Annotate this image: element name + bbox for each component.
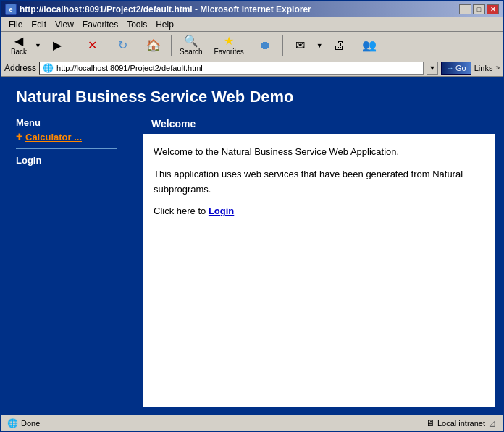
welcome-line2: This application uses web services that … — [154, 167, 484, 198]
minimize-button[interactable]: _ — [459, 4, 471, 14]
sidebar: Menu ✚ Calculator ... Login — [9, 114, 143, 407]
back-dropdown-arrow: ▼ — [35, 42, 41, 49]
title-bar: e http://localhost:8091/Project2/default… — [1, 1, 503, 17]
status-text: Done — [21, 419, 40, 428]
resize-grip: ⊿ — [488, 418, 497, 429]
forward-button[interactable]: ▶ — [43, 38, 72, 54]
go-label: Go — [455, 64, 466, 72]
status-bar: 🌐 Done 🖥 Local intranet ⊿ — [1, 415, 503, 431]
favorites-button[interactable]: ★ Favorites — [209, 33, 249, 58]
main-panel-content: Welcome to the Natural Business Service … — [143, 134, 495, 237]
calculator-expand-icon: ✚ — [16, 132, 22, 142]
title-buttons: _ □ ✕ — [459, 4, 499, 14]
go-arrow-icon: → — [446, 64, 454, 72]
back-icon: ◀ — [14, 35, 23, 47]
menu-bar: File Edit View Favorites Tools Help — [1, 17, 503, 32]
welcome-line3: Click here to Login — [154, 204, 484, 219]
back-label: Back — [11, 48, 27, 56]
welcome-line1: Welcome to the Natural Business Service … — [154, 145, 484, 160]
search-label: Search — [180, 48, 203, 56]
status-left: 🌐 Done — [7, 418, 40, 428]
discuss-button[interactable]: 👥 — [355, 38, 384, 54]
address-input[interactable] — [56, 64, 420, 72]
title-bar-left: e http://localhost:8091/Project2/default… — [5, 4, 311, 15]
sidebar-item-calculator[interactable]: ✚ Calculator ... — [16, 132, 135, 143]
page-header: Natural Business Service Web Demo — [1, 77, 503, 114]
address-input-wrap[interactable]: 🌐 — [39, 62, 424, 75]
sidebar-login[interactable]: Login — [16, 155, 135, 166]
stop-button[interactable]: ✕ — [78, 38, 107, 54]
menu-view[interactable]: View — [51, 18, 78, 31]
address-bar: Address 🌐 ▼ → Go Links » — [1, 59, 503, 77]
print-button[interactable]: 🖨 — [324, 38, 353, 54]
welcome-heading: Welcome — [143, 114, 495, 134]
sidebar-divider — [16, 148, 117, 149]
home-button[interactable]: 🏠 — [139, 38, 168, 54]
mail-button[interactable]: ✉ — [286, 38, 315, 54]
sidebar-menu-title: Menu — [16, 117, 135, 128]
address-dropdown[interactable]: ▼ — [427, 62, 438, 75]
menu-edit[interactable]: Edit — [27, 18, 51, 31]
address-label: Address — [4, 63, 36, 73]
toolbar-separator-3 — [282, 35, 283, 56]
menu-tools[interactable]: Tools — [122, 18, 151, 31]
menu-help[interactable]: Help — [151, 18, 178, 31]
refresh-button[interactable]: ↻ — [109, 38, 138, 54]
mail-dropdown-arrow: ▼ — [316, 42, 323, 49]
toolbar-separator-1 — [75, 35, 75, 56]
toolbar-separator-2 — [171, 35, 172, 56]
intranet-icon: 🖥 — [426, 418, 434, 428]
toolbar: ◀ Back ▼ ▶ ✕ ↻ 🏠 🔍 Search ★ Favorites ⏺ — [1, 32, 503, 59]
window-title: http://localhost:8091/Project2/default.h… — [20, 4, 311, 14]
page-icon: 🌐 — [43, 63, 54, 73]
content-area: Natural Business Service Web Demo Menu ✚… — [1, 77, 503, 415]
main-panel: Welcome Welcome to the Natural Business … — [143, 114, 495, 407]
page-body: Menu ✚ Calculator ... Login Welcome Welc… — [1, 114, 503, 415]
forward-icon: ▶ — [53, 40, 62, 51]
zone-text: Local intranet — [437, 419, 485, 428]
menu-favorites[interactable]: Favorites — [78, 18, 122, 31]
welcome-login-link[interactable]: Login — [209, 206, 234, 216]
page-title: Natural Business Service Web Demo — [16, 88, 294, 106]
search-button[interactable]: 🔍 Search — [175, 33, 208, 58]
calculator-label[interactable]: Calculator ... — [25, 132, 82, 143]
back-button[interactable]: ◀ Back — [4, 33, 33, 58]
browser-window: e http://localhost:8091/Project2/default… — [0, 0, 504, 432]
menu-file[interactable]: File — [4, 18, 27, 31]
links-chevron-icon: » — [495, 64, 500, 72]
status-icon: 🌐 — [7, 418, 18, 428]
status-right: 🖥 Local intranet ⊿ — [426, 418, 497, 429]
go-button[interactable]: → Go — [441, 62, 471, 75]
welcome-line3-prefix: Click here to — [154, 206, 209, 216]
media-button[interactable]: ⏺ — [251, 38, 280, 54]
close-button[interactable]: ✕ — [487, 4, 499, 14]
browser-icon: e — [5, 4, 17, 15]
links-label: Links — [474, 64, 493, 72]
favorites-label: Favorites — [214, 48, 244, 56]
maximize-button[interactable]: □ — [473, 4, 485, 14]
